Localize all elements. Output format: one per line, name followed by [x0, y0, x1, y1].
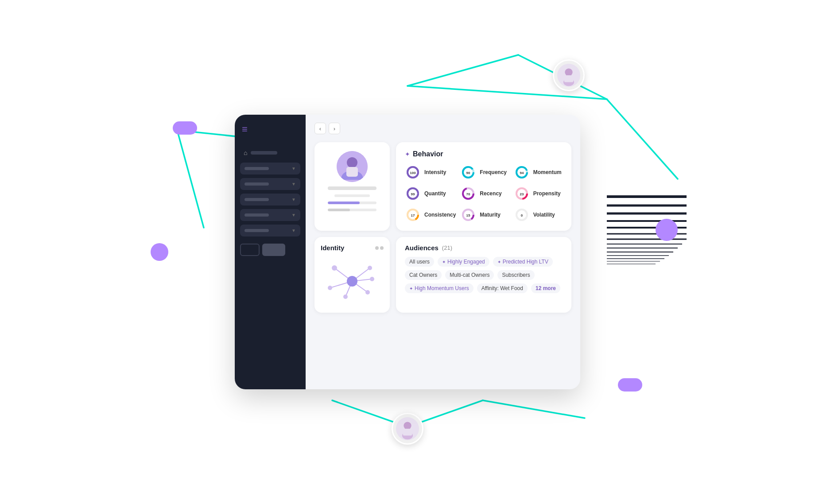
donut-momentum: 94	[514, 164, 530, 180]
donut-quantity: 99	[405, 186, 421, 202]
svg-point-87	[365, 290, 370, 295]
tag-predicted-high-ltv[interactable]: ✦ Predicted High LTV	[493, 257, 553, 267]
sparkle-icon-1: ✦	[442, 260, 446, 264]
svg-text:17: 17	[411, 213, 415, 217]
svg-text:0: 0	[520, 213, 523, 217]
tag-label-subscribers: Subscribers	[502, 272, 530, 278]
tag-multi-cat[interactable]: Multi-cat Owners	[445, 270, 494, 280]
svg-point-24	[565, 68, 572, 76]
main-ui-card: ≡ ⌂ ▼ ▼ ▼ ▼ ▼	[235, 115, 580, 389]
forward-button[interactable]: ›	[329, 123, 340, 134]
identity-dot-2	[380, 246, 384, 250]
profile-name-bar	[328, 186, 376, 190]
audiences-title: Audiences	[405, 244, 439, 252]
sidebar-menu-item-4[interactable]: ▼	[240, 209, 300, 221]
sidebar-menu-item-5[interactable]: ▼	[240, 225, 300, 236]
sidebar-outline-button[interactable]	[240, 244, 260, 256]
svg-line-3	[607, 99, 678, 179]
donut-recency: 70	[460, 186, 476, 202]
svg-line-8	[483, 400, 585, 418]
tag-subscribers[interactable]: Subscribers	[497, 270, 534, 280]
sidebar-bar-2	[244, 182, 269, 186]
svg-text:15: 15	[466, 213, 470, 217]
consistency-label: Consistency	[424, 212, 456, 218]
sidebar-filled-button[interactable]	[262, 244, 285, 256]
sidebar-menu-item-1[interactable]: ▼	[240, 163, 300, 174]
volatility-label: Volatility	[533, 212, 555, 218]
svg-text:100: 100	[410, 171, 416, 175]
back-button[interactable]: ‹	[314, 123, 326, 134]
avatar-bottom-center	[392, 413, 423, 445]
profile-progress2-fill	[328, 209, 350, 211]
donut-frequency: 90	[460, 164, 476, 180]
chevron-icon-5: ▼	[291, 228, 296, 233]
metric-intensity: 100 Intensity	[405, 164, 456, 180]
momentum-label: Momentum	[533, 169, 562, 175]
svg-point-85	[368, 266, 372, 270]
blob-top-left	[173, 121, 197, 135]
audiences-tags: All users ✦ Highly Engaged ✦ Predicted H…	[405, 257, 563, 293]
tag-all-users[interactable]: All users	[405, 257, 434, 267]
sidebar-logo: ≡	[240, 124, 300, 135]
tag-label-predicted: Predicted High LTV	[503, 259, 548, 265]
svg-text:99: 99	[411, 192, 415, 196]
blob-bottom-right	[618, 378, 642, 392]
behavior-title: Behavior	[413, 150, 443, 158]
tag-label-high-momentum: High Momentum Users	[415, 285, 469, 291]
tag-more[interactable]: 12 more	[531, 283, 560, 293]
audiences-card: Audiences (21) All users ✦ Highly Engage…	[396, 237, 571, 313]
sidebar-menu-item-3[interactable]: ▼	[240, 194, 300, 205]
top-row: ✦ Behavior 100	[314, 142, 571, 231]
sidebar-home-bar	[251, 151, 277, 155]
donut-intensity: 100	[405, 164, 421, 180]
tag-high-momentum[interactable]: ✦ High Momentum Users	[405, 283, 473, 293]
sidebar: ≡ ⌂ ▼ ▼ ▼ ▼ ▼	[235, 115, 306, 389]
chevron-icon-3: ▼	[291, 197, 296, 202]
identity-network-graph	[321, 257, 384, 306]
svg-point-28	[404, 422, 411, 429]
behavior-card: ✦ Behavior 100	[396, 142, 571, 231]
sidebar-bar-3	[244, 198, 269, 201]
behavior-header: ✦ Behavior	[405, 150, 563, 158]
svg-point-84	[332, 265, 337, 271]
identity-card: Identity	[314, 237, 390, 313]
tag-label-more: 12 more	[536, 285, 556, 291]
behavior-icon: ✦	[405, 151, 410, 158]
profile-progress-bar	[328, 202, 376, 204]
identity-header: Identity	[321, 244, 384, 252]
frequency-label: Frequency	[480, 169, 507, 175]
metric-volatility: 0 Volatility	[514, 207, 563, 223]
identity-dot-1	[375, 246, 379, 250]
blob-right	[656, 219, 678, 241]
svg-text:23: 23	[520, 192, 524, 196]
tag-label-all-users: All users	[409, 259, 430, 265]
sparkle-icon-3: ✦	[409, 286, 413, 291]
maturity-label: Maturity	[480, 212, 501, 218]
chevron-icon-2: ▼	[291, 182, 296, 186]
metric-recency: 70 Recency	[460, 186, 509, 202]
donut-propensity: 23	[514, 186, 530, 202]
donut-volatility: 0	[514, 207, 530, 223]
bottom-row: Identity	[314, 237, 571, 313]
svg-point-88	[343, 295, 348, 299]
svg-point-89	[370, 277, 374, 281]
donut-consistency: 17	[405, 207, 421, 223]
tag-affinity[interactable]: Affinity: Wet Food	[477, 283, 528, 293]
main-content: ‹ ›	[306, 115, 580, 389]
user-avatar	[337, 151, 368, 182]
metric-frequency: 90 Frequency	[460, 164, 509, 180]
intensity-label: Intensity	[424, 169, 446, 175]
metric-momentum: 94 Momentum	[514, 164, 563, 180]
svg-rect-26	[564, 75, 574, 82]
audiences-count: (21)	[442, 244, 452, 251]
tag-label-multi-cat: Multi-cat Owners	[450, 272, 489, 278]
tag-cat-owners[interactable]: Cat Owners	[405, 270, 442, 280]
metric-maturity: 15 Maturity	[460, 207, 509, 223]
sidebar-menu-item-2[interactable]: ▼	[240, 178, 300, 190]
profile-progress2-bar	[328, 209, 376, 211]
tag-highly-engaged[interactable]: ✦ Highly Engaged	[438, 257, 489, 267]
sidebar-home-item[interactable]: ⌂	[240, 147, 300, 159]
propensity-label: Propensity	[533, 190, 561, 197]
svg-point-32	[347, 157, 357, 168]
home-icon: ⌂	[244, 149, 247, 156]
